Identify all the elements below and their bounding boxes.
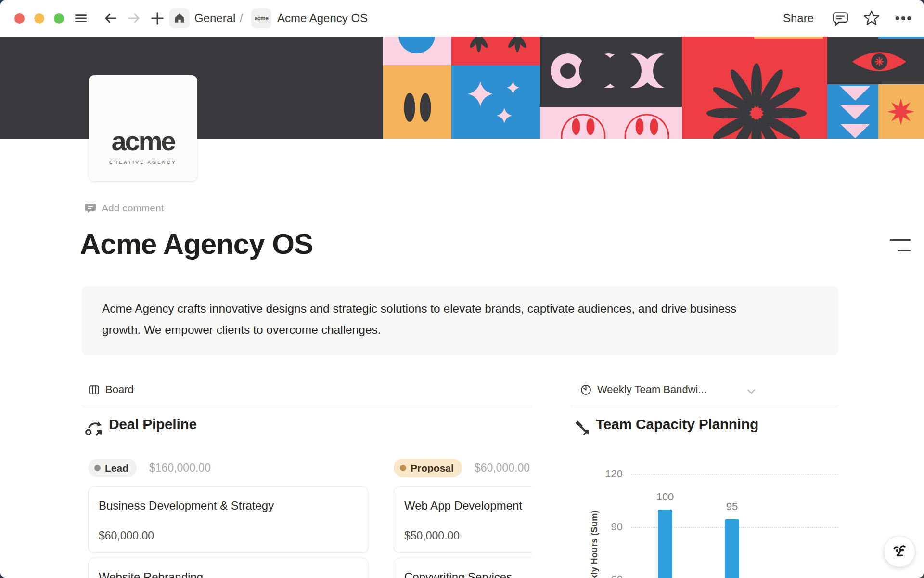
status-label: Proposal <box>411 462 454 474</box>
back-arrow-icon <box>102 10 118 26</box>
deal-pipeline-heading[interactable]: Deal Pipeline <box>85 416 197 436</box>
card-title: Copywriting Services <box>404 570 532 578</box>
page-icon-chip[interactable]: acme <box>251 0 271 37</box>
clock-icon <box>580 384 592 396</box>
card-amount: $50,000.00 <box>404 529 460 542</box>
kanban-card[interactable]: Web App Development $50,000.00 <box>394 486 532 553</box>
breadcrumb-page[interactable]: Acme Agency OS <box>277 0 368 37</box>
hamburger-icon <box>73 11 89 26</box>
card-title: Web App Development <box>404 499 532 512</box>
close-window-button[interactable] <box>14 13 25 24</box>
status-dot <box>400 465 406 471</box>
breadcrumb-root[interactable]: General <box>194 0 235 37</box>
gridline-120 <box>631 474 838 475</box>
bar-value-label: 100 <box>651 491 680 503</box>
add-comment-button[interactable]: Add comment <box>85 202 164 214</box>
comments-button[interactable] <box>832 0 849 37</box>
card-title: Website Rebranding <box>99 570 358 578</box>
status-badge-lead[interactable]: Lead <box>88 459 137 477</box>
ellipsis-icon <box>894 9 912 27</box>
more-options-button[interactable] <box>894 0 912 37</box>
breadcrumb-page-label: Acme Agency OS <box>277 12 368 25</box>
tile-orange-eyes <box>383 65 451 139</box>
sidebar-menu-button[interactable] <box>73 0 89 37</box>
favorite-button[interactable] <box>862 0 881 37</box>
team-capacity-title: Team Capacity Planning <box>596 416 758 433</box>
share-button[interactable]: Share <box>783 0 814 37</box>
page-icon-logo-card[interactable]: acme CREATIVE AGENCY <box>89 75 197 181</box>
board-view-icon <box>88 384 100 396</box>
view-label: Weekly Team Bandwi... <box>597 383 707 396</box>
star-icon <box>862 9 881 27</box>
back-button[interactable] <box>102 0 118 37</box>
view-selector-weekly-bandwidth[interactable]: Weekly Team Bandwi... <box>580 383 707 396</box>
column-rollup-sum: $60,000.00 <box>475 461 530 474</box>
linked-pipeline-icon <box>85 418 103 436</box>
board-section-divider <box>82 407 532 407</box>
logo-wordmark: acme <box>111 128 174 155</box>
tile-red-leaves <box>451 37 540 65</box>
chart-y-axis-title: Weekly Hours (Sum) <box>590 506 601 578</box>
tile-orange-star <box>878 84 924 139</box>
bar-value-label: 95 <box>718 500 746 513</box>
card-title: Business Development & Strategy <box>99 499 358 512</box>
kanban-card[interactable]: Copywriting Services <box>394 558 532 578</box>
comment-bubble-icon <box>85 202 96 214</box>
tile-pink-smileys <box>540 107 682 139</box>
add-comment-label: Add comment <box>102 202 164 214</box>
forward-button[interactable] <box>126 0 142 37</box>
breadcrumb-root-label: General <box>194 12 235 25</box>
kanban-column-lead-header: Lead $160,000.00 <box>88 459 211 477</box>
app-window: General / acme Acme Agency OS Share <box>0 0 924 578</box>
y-tick-90: 90 <box>592 521 623 533</box>
plus-icon <box>149 10 166 26</box>
tile-dark-oddc <box>540 37 690 107</box>
kanban-column-proposal-header: Proposal $60,000.00 <box>394 459 530 477</box>
kanban-card[interactable]: Business Development & Strategy $60,000.… <box>88 486 368 553</box>
window-controls <box>14 13 64 24</box>
tab-board-view[interactable]: Board <box>88 383 134 396</box>
new-tab-button[interactable] <box>149 0 166 37</box>
forward-arrow-icon <box>126 10 142 26</box>
board-tab-label: Board <box>105 383 134 396</box>
capacity-section-divider <box>570 407 838 407</box>
ai-face-icon <box>889 541 910 562</box>
card-amount: $60,000.00 <box>99 529 154 542</box>
description-text: Acme Agency crafts innovative designs an… <box>102 298 766 341</box>
table-of-contents-indicator[interactable] <box>890 239 911 251</box>
tile-dark-eye <box>827 37 924 84</box>
zoom-window-button[interactable] <box>54 13 64 24</box>
page-icon-text: acme <box>255 15 269 22</box>
topbar: General / acme Acme Agency OS Share <box>0 0 924 37</box>
minimize-window-button[interactable] <box>34 13 44 24</box>
home-breadcrumb-chip[interactable] <box>169 0 190 37</box>
chevron-down-icon[interactable] <box>746 386 757 397</box>
status-label: Lead <box>105 462 128 474</box>
status-dot <box>94 465 101 471</box>
description-callout[interactable]: Acme Agency crafts innovative designs an… <box>82 286 838 355</box>
status-badge-proposal[interactable]: Proposal <box>394 459 462 477</box>
breadcrumb-separator: / <box>240 0 243 37</box>
kanban-board: Lead $160,000.00 Business Development & … <box>82 453 532 578</box>
kanban-card[interactable]: Website Rebranding <box>88 558 368 578</box>
share-label: Share <box>783 12 814 25</box>
bar-week-2[interactable] <box>725 519 739 578</box>
comment-icon <box>832 10 849 27</box>
y-tick-120: 120 <box>592 468 623 480</box>
bar-week-1[interactable] <box>658 510 672 578</box>
tile-pink-blue-circle <box>383 37 451 65</box>
notion-ai-button[interactable] <box>884 536 915 567</box>
tile-blue-triangles <box>827 84 878 139</box>
team-capacity-heading[interactable]: Team Capacity Planning <box>573 416 758 436</box>
page-title[interactable]: Acme Agency OS <box>80 227 313 261</box>
deal-pipeline-title: Deal Pipeline <box>109 416 197 433</box>
home-icon <box>173 12 186 25</box>
logo-tagline: CREATIVE AGENCY <box>109 159 177 165</box>
tile-blue-sparkles <box>451 65 540 139</box>
tile-red-flower <box>682 37 827 139</box>
column-rollup-sum: $160,000.00 <box>149 461 211 474</box>
y-tick-60: 60 <box>592 573 623 578</box>
linked-hammer-icon <box>573 419 590 436</box>
